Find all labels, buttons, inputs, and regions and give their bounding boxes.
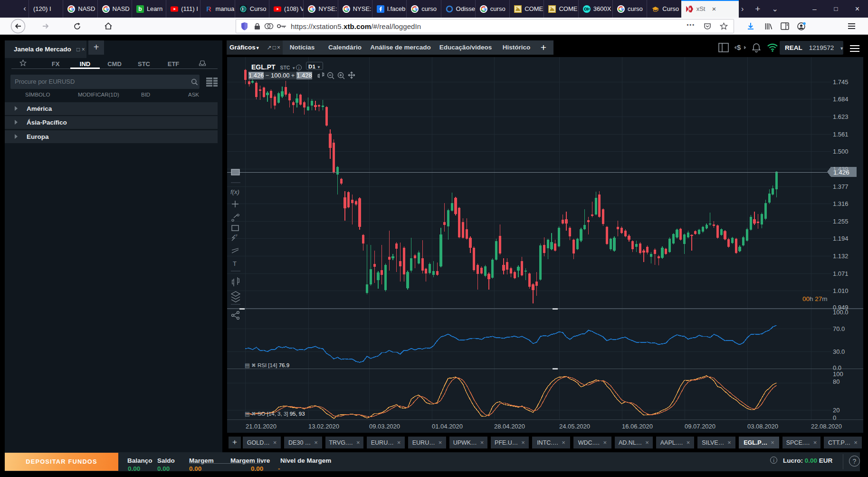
svg-text:T: T bbox=[233, 260, 237, 267]
svg-text:1.316: 1.316 bbox=[833, 200, 849, 207]
svg-text:1.071: 1.071 bbox=[833, 270, 849, 277]
svg-text:100.0: 100.0 bbox=[833, 309, 849, 316]
svg-text:70.0: 70.0 bbox=[833, 325, 845, 332]
svg-text:1.561: 1.561 bbox=[833, 131, 849, 138]
svg-text:100: 100 bbox=[833, 370, 843, 378]
svg-text:13.02.2020: 13.02.2020 bbox=[308, 423, 339, 430]
svg-text:20: 20 bbox=[833, 407, 839, 414]
svg-text:24.05.2020: 24.05.2020 bbox=[559, 423, 590, 430]
svg-text:01.04.2020: 01.04.2020 bbox=[432, 423, 463, 430]
svg-text:1.255: 1.255 bbox=[833, 218, 849, 225]
svg-text:f(x): f(x) bbox=[230, 188, 239, 195]
svg-text:F: F bbox=[236, 234, 238, 237]
svg-text:30.0: 30.0 bbox=[833, 348, 845, 355]
svg-text:1.745: 1.745 bbox=[833, 78, 849, 86]
svg-text:09.07.2020: 09.07.2020 bbox=[685, 423, 715, 430]
svg-text:1.439: 1.439 bbox=[833, 165, 849, 173]
svg-text:1.377: 1.377 bbox=[833, 183, 849, 190]
svg-text:1.500: 1.500 bbox=[833, 148, 849, 155]
svg-text:1.623: 1.623 bbox=[833, 113, 849, 120]
svg-text:00h 27m: 00h 27m bbox=[802, 295, 828, 302]
svg-text:03.08.2020: 03.08.2020 bbox=[747, 423, 778, 430]
svg-text:21.01.2020: 21.01.2020 bbox=[246, 423, 277, 430]
svg-text:1.194: 1.194 bbox=[833, 235, 849, 242]
svg-text:28.04.2020: 28.04.2020 bbox=[494, 423, 525, 430]
svg-text:1.684: 1.684 bbox=[833, 96, 849, 103]
svg-text:09.03.2020: 09.03.2020 bbox=[369, 423, 400, 430]
svg-text:1.132: 1.132 bbox=[833, 253, 849, 260]
svg-text:16.06.2020: 16.06.2020 bbox=[622, 423, 653, 430]
svg-text:1.010: 1.010 bbox=[833, 287, 849, 294]
svg-text:0: 0 bbox=[833, 414, 836, 421]
svg-text:$: $ bbox=[737, 43, 741, 51]
svg-text:22.08.2020: 22.08.2020 bbox=[811, 423, 842, 430]
svg-text:80: 80 bbox=[833, 378, 839, 385]
